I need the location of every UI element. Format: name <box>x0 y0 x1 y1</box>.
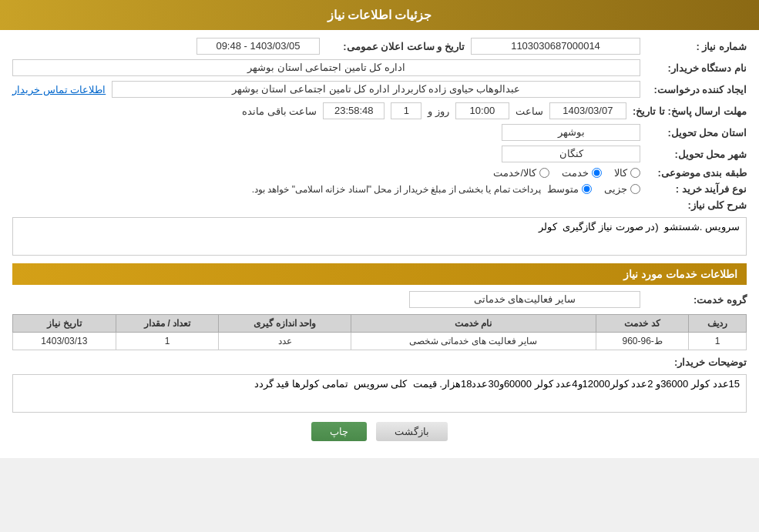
service-group-label: گروه خدمت: <box>646 294 747 306</box>
province-row: استان محل تحویل: بوشهر <box>12 124 747 141</box>
purchase-jozii-label: جزیی <box>604 183 627 195</box>
purchase-type-label: نوع فرآیند خرید : <box>646 183 747 195</box>
city-label: شهر محل تحویل: <box>646 149 747 160</box>
announce-label: تاریخ و ساعت اعلان عمومی: <box>326 41 465 52</box>
need-number-row: شماره نیاز : 1103030687000014 تاریخ و سا… <box>12 38 747 55</box>
requester-value: عبدالوهاب حیاوی زاده کاربردار اداره کل ت… <box>112 81 640 98</box>
category-khedmat-label: خدمت <box>562 167 589 179</box>
category-khedmat: خدمت <box>562 167 602 179</box>
purchase-type-row: نوع فرآیند خرید : جزیی متوسط پرداخت تمام… <box>12 183 747 195</box>
col-date: تاریخ نیاز <box>13 315 116 333</box>
deadline-row: مهلت ارسال پاسخ: تا تاریخ: 1403/03/07 سا… <box>12 102 747 119</box>
table-row: 1 ط-96-960 سایر فعالیت های خدماتی شخصی ع… <box>13 333 747 350</box>
category-kala-label: کالا <box>614 167 627 179</box>
buyer-desc-label: توضیحات خریدار: <box>646 356 747 368</box>
purchase-motavasset-label: متوسط <box>547 183 579 195</box>
category-kala-radio[interactable] <box>630 168 640 178</box>
province-value: بوشهر <box>502 124 640 141</box>
cell-service-code: ط-96-960 <box>596 333 688 350</box>
deadline-time-label: ساعت <box>516 105 543 117</box>
need-desc-row: شرح کلی نیاز: <box>12 199 747 256</box>
need-number-value: 1103030687000014 <box>471 38 640 55</box>
purchase-note: پرداخت تمام یا بخشی از مبلغ خریدار از مح… <box>252 184 541 195</box>
cell-unit: عدد <box>219 333 351 350</box>
page-container: جزئیات اطلاعات نیاز شماره نیاز : 1103030… <box>0 0 759 458</box>
content-area: شماره نیاز : 1103030687000014 تاریخ و سا… <box>0 30 759 458</box>
col-service-code: کد خدمت <box>596 315 688 333</box>
purchase-type-radio-group: جزیی متوسط <box>547 183 640 195</box>
service-group-row: گروه خدمت: سایر فعالیت‌های خدماتی <box>12 291 747 308</box>
deadline-label: مهلت ارسال پاسخ: تا تاریخ: <box>633 105 747 117</box>
buyer-org-value: اداره کل تامین اجتماعی استان بوشهر <box>12 59 640 76</box>
announce-value: 1403/03/05 - 09:48 <box>196 38 320 55</box>
deadline-remaining-label: ساعت باقی مانده <box>242 105 317 117</box>
cell-service-name: سایر فعالیت های خدماتی شخصی <box>351 333 596 350</box>
col-service-name: نام خدمت <box>351 315 596 333</box>
services-table-container: ردیف کد خدمت نام خدمت واحد اندازه گیری ت… <box>12 314 747 350</box>
services-table: ردیف کد خدمت نام خدمت واحد اندازه گیری ت… <box>12 314 747 350</box>
page-header: جزئیات اطلاعات نیاز <box>0 0 759 30</box>
cell-date: 1403/03/13 <box>13 333 116 350</box>
services-section-header: اطلاعات خدمات مورد نیاز <box>12 263 747 285</box>
purchase-motavasset-radio[interactable] <box>582 184 592 194</box>
col-rownum: ردیف <box>689 315 747 333</box>
category-kala-khedmat: کالا/خدمت <box>493 167 549 179</box>
need-number-label: شماره نیاز : <box>646 41 747 52</box>
service-group-value: سایر فعالیت‌های خدماتی <box>409 291 640 308</box>
requester-label: ایجاد کننده درخواست: <box>646 84 747 95</box>
category-kala: کالا <box>614 167 640 179</box>
deadline-days-label: روز و <box>428 105 449 117</box>
contact-link[interactable]: اطلاعات تماس خریدار <box>12 84 106 95</box>
category-khedmat-radio[interactable] <box>592 168 602 178</box>
buyer-org-row: نام دستگاه خریدار: اداره کل تامین اجتماع… <box>12 59 747 76</box>
cell-quantity: 1 <box>116 333 219 350</box>
category-row: طبقه بندی موضوعی: کالا خدمت کالا/خدمت <box>12 167 747 179</box>
need-desc-textarea[interactable] <box>12 217 747 256</box>
province-label: استان محل تحویل: <box>646 127 747 139</box>
table-header-row: ردیف کد خدمت نام خدمت واحد اندازه گیری ت… <box>13 315 747 333</box>
deadline-date: 1403/03/07 <box>549 102 626 119</box>
cell-rownum: 1 <box>689 333 747 350</box>
need-desc-label: شرح کلی نیاز: <box>646 199 747 211</box>
purchase-jozii-radio[interactable] <box>630 184 640 194</box>
buyer-desc-row: توضیحات خریدار: <box>12 356 747 413</box>
category-radio-group: کالا خدمت کالا/خدمت <box>493 167 640 179</box>
back-button[interactable]: بازگشت <box>376 422 448 441</box>
buyer-org-label: نام دستگاه خریدار: <box>646 62 747 74</box>
requester-row: ایجاد کننده درخواست: عبدالوهاب حیاوی زاد… <box>12 81 747 98</box>
city-value: کنگان <box>502 146 640 162</box>
purchase-jozii: جزیی <box>604 183 640 195</box>
purchase-motavasset: متوسط <box>547 183 592 195</box>
category-kala-khedmat-label: کالا/خدمت <box>493 167 536 179</box>
buyer-desc-textarea[interactable] <box>12 374 747 413</box>
deadline-days: 1 <box>391 102 421 119</box>
services-section-label: اطلاعات خدمات مورد نیاز <box>623 268 737 280</box>
deadline-remaining: 23:58:48 <box>323 102 385 119</box>
col-quantity: تعداد / مقدار <box>116 315 219 333</box>
category-label: طبقه بندی موضوعی: <box>646 167 747 179</box>
deadline-time: 10:00 <box>455 102 509 119</box>
button-row: بازگشت چاپ <box>12 422 747 441</box>
page-title: جزئیات اطلاعات نیاز <box>327 8 432 22</box>
category-kala-khedmat-radio[interactable] <box>539 168 549 178</box>
print-button[interactable]: چاپ <box>311 422 367 441</box>
city-row: شهر محل تحویل: کنگان <box>12 146 747 162</box>
col-unit: واحد اندازه گیری <box>219 315 351 333</box>
